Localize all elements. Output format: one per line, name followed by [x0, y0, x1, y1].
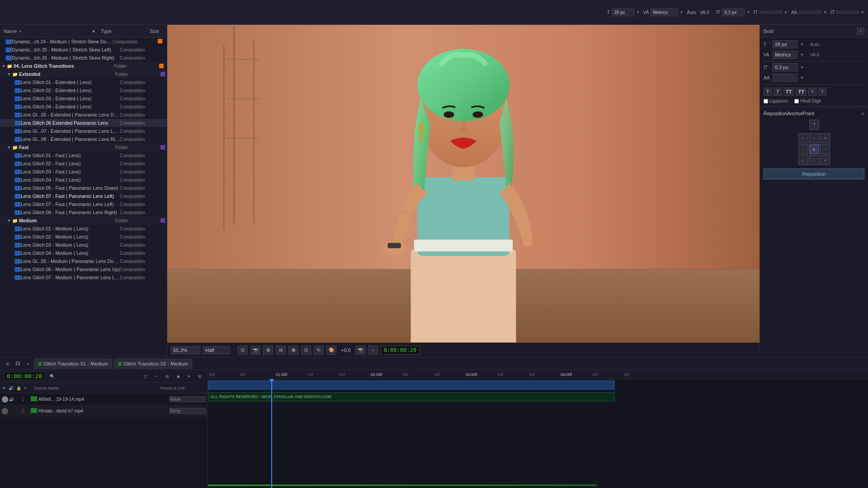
file-lens02fast[interactable]: Lens Glitch 02 - Fast ( Lens) Compositio…	[0, 160, 167, 168]
file-lens01med[interactable]: Lens Glitch 01 - Medium ( Lens) Composit…	[0, 225, 167, 233]
anchor-middle-left[interactable]: ←	[798, 144, 808, 154]
tracking-field[interactable]: 0,3 px	[722, 9, 745, 16]
layer2-audio[interactable]	[9, 408, 14, 414]
folder-04-lens-glitch[interactable]: ▼ 📁 04. Lens Glitch Transitions Folder	[0, 62, 167, 70]
file-item-dynamic25[interactable]: Dynamic...tch 25 - Medium ( Stretch Skew…	[0, 46, 167, 54]
quality-select[interactable]: Half	[203, 346, 230, 354]
timeline-icon-btn2[interactable]: ≡	[24, 360, 32, 368]
file-lens08fast[interactable]: Lens Glitch 08 - Fast ( Panoramic Lens R…	[0, 208, 167, 216]
anchor-bottom-right[interactable]: ↘	[820, 155, 830, 165]
safe-zones-btn[interactable]: ⊡	[301, 346, 311, 355]
reposition-button[interactable]: Reposition	[764, 169, 864, 179]
timeline-tab-1[interactable]: Glitch Transition 01 - Medium	[34, 359, 112, 369]
baseline-field[interactable]	[799, 11, 821, 14]
camera-btn[interactable]: 📸	[355, 346, 365, 355]
file-lens05ext[interactable]: Lens Gl...05 - Extended ( Panoramic Lens…	[0, 111, 167, 119]
anchor-bottom-left[interactable]: ↙	[798, 155, 808, 165]
color-sample-btn[interactable]: 🎨	[326, 346, 336, 355]
file-lens07med[interactable]: Lens Glitch 07 - Medium ( Panoramic Lens…	[0, 273, 167, 282]
ligatures-checkbox[interactable]: Ligatures	[764, 99, 788, 103]
font-super-btn[interactable]: T	[808, 88, 816, 96]
folder-extended[interactable]: ▼ 📁 Extended Folder	[0, 70, 167, 78]
metrics-field[interactable]: Metrics	[651, 9, 678, 16]
file-lens06med[interactable]: Lens Glitch 06 - Medium ( Panoramic Lens…	[0, 265, 167, 273]
track2-clip[interactable]: ALL RIGHTS RESERVED - NICK_CHVALUN AND E…	[208, 392, 615, 401]
font-italic-btn[interactable]: T	[774, 88, 782, 96]
file-lens01ext[interactable]: Lens Glitch 01 - Extended ( Lens) Compos…	[0, 78, 167, 86]
anchor-top-center[interactable]: ↑	[809, 133, 819, 143]
file-lens04fast[interactable]: Lens Glitch 04 - Fast ( Lens) Compositio…	[0, 176, 167, 184]
font-bold-italic-btn[interactable]: TT	[796, 88, 806, 96]
file-lens06fast[interactable]: Lens Glitch 07 - Fast ( Panoramic Lens L…	[0, 192, 167, 200]
layer1-visibility[interactable]	[2, 396, 8, 403]
layer-row-2[interactable]: 2 Hinster...rterid io*.mp4 None	[0, 405, 208, 417]
refresh-btn[interactable]: ↻	[314, 346, 324, 355]
file-item-dynamic26[interactable]: Dynamic...tch 26 - Medium ( Stretch Skew…	[0, 54, 167, 62]
tl-tool4[interactable]: ◆	[174, 372, 182, 380]
timeline-ruler[interactable]: :00f 10f 01:00f 10f 20f 02:00f 10f 20f 0…	[208, 370, 868, 379]
baseline-dropdown[interactable]: ▼	[800, 76, 804, 80]
region-btn[interactable]: ⊞	[263, 346, 273, 355]
layer2-lock[interactable]	[15, 408, 21, 414]
hindi-check[interactable]	[794, 99, 799, 103]
grid-btn[interactable]: ⊟	[276, 346, 286, 355]
tl-tool6[interactable]: ⊠	[196, 372, 204, 380]
motion-blur-btn[interactable]: ○	[368, 346, 378, 355]
folder-toggle-fast[interactable]: ▼	[7, 145, 11, 150]
tl-tool1[interactable]: ⊡	[142, 372, 150, 380]
font-bold-btn[interactable]: TT	[783, 88, 794, 96]
font-sub-btn[interactable]: T	[818, 88, 826, 96]
reposition-menu-icon[interactable]: ≡	[862, 111, 864, 116]
hindi-checkbox[interactable]: Hindi Digit	[794, 99, 821, 103]
file-lens02med[interactable]: Lens Glitch 02 - Medium ( Lens) Composit…	[0, 233, 167, 241]
file-lens04med[interactable]: Lens Glitch 04 - Medium ( Lens) Composit…	[0, 249, 167, 257]
file-lens02ext[interactable]: Lens Glitch 02 - Extended ( Lens) Compos…	[0, 86, 167, 94]
baseline-input[interactable]	[773, 74, 797, 82]
layer1-parent-select[interactable]: None	[170, 396, 206, 402]
tracking-dropdown[interactable]: ▼	[800, 66, 804, 70]
font-regular-btn[interactable]: T	[764, 88, 772, 96]
layer2-parent-select[interactable]: None	[170, 408, 206, 414]
file-lens05med[interactable]: Lens Gl...05 - Medium ( Panoramic Lens D…	[0, 257, 167, 265]
tl-tool5[interactable]: ✦	[185, 372, 193, 380]
metrics-dropdown[interactable]: ▼	[800, 53, 804, 57]
layer2-visibility[interactable]	[2, 408, 8, 414]
font-size-dropdown[interactable]: ▼	[800, 42, 804, 47]
guides-btn[interactable]: ⊠	[288, 346, 298, 355]
metrics-input[interactable]	[773, 51, 797, 59]
font-size-input[interactable]	[773, 40, 797, 48]
layer1-lock[interactable]	[15, 397, 21, 402]
tracking-input[interactable]	[773, 63, 797, 71]
scale-h-field[interactable]	[760, 11, 782, 14]
file-lens06ext[interactable]: Lens Glitch 06 Extended Panoramic Lens C…	[0, 119, 167, 127]
zoom-select[interactable]: 55,3%	[171, 346, 200, 354]
file-lens05fast[interactable]: Lens Glitch 05 - Fast ( Panoramic Lens D…	[0, 184, 167, 192]
track1-clip[interactable]	[208, 380, 615, 389]
ligatures-check[interactable]	[764, 99, 768, 103]
question-btn[interactable]: ?	[809, 120, 819, 130]
anchor-middle-right[interactable]: →	[820, 144, 830, 154]
folder-medium[interactable]: ▼ 📁 Medium Folder	[0, 216, 167, 225]
file-item-dynamic24[interactable]: Dynamic...ch 24 - Medium ( Stretch Skew …	[0, 38, 167, 46]
file-lens01fast[interactable]: Lens Glitch 01 - Fast ( Lens) Compositio…	[0, 151, 167, 160]
layer1-audio[interactable]: 🔊	[9, 397, 14, 402]
timecode-display[interactable]: 0:00:00:20	[4, 372, 45, 380]
file-lens07fast[interactable]: Lens Glitch 07 - Fast ( Panoramic Lens L…	[0, 200, 167, 208]
file-lens03fast[interactable]: Lens Glitch 03 - Fast ( Lens) Compositio…	[0, 168, 167, 176]
snapshot-btn[interactable]: 📷	[250, 346, 260, 355]
anchor-bottom-center[interactable]: ↓	[809, 155, 819, 165]
file-lens03med[interactable]: Lens Glitch 03 - Medium ( Lens) Composit…	[0, 241, 167, 249]
file-lens03ext[interactable]: Lens Glitch 03 - Extended ( Lens) Compos…	[0, 94, 167, 103]
file-lens08ext[interactable]: Lens Gl...08 - Extended ( Panoramic Lens…	[0, 135, 167, 143]
scale-v-field[interactable]	[836, 11, 859, 14]
anchor-top-right[interactable]: ↗	[820, 133, 830, 143]
file-lens04ext[interactable]: Lens Glitch 04 - Extended ( Lens) Compos…	[0, 103, 167, 111]
tl-tool3[interactable]: ⊞	[163, 372, 171, 380]
timeline-tab-2[interactable]: Glitch Transition 02 - Medium	[114, 359, 192, 369]
search-btn[interactable]: 🔍	[48, 372, 56, 380]
folder-fast[interactable]: ▼ 📁 Fast Folder	[0, 143, 167, 151]
folder-toggle-extended[interactable]: ▼	[7, 72, 11, 76]
panel-menu-btn[interactable]: ≡	[857, 28, 864, 35]
fit-screen-btn[interactable]: ⊡	[238, 346, 248, 355]
tl-tool2[interactable]: +	[152, 372, 160, 380]
